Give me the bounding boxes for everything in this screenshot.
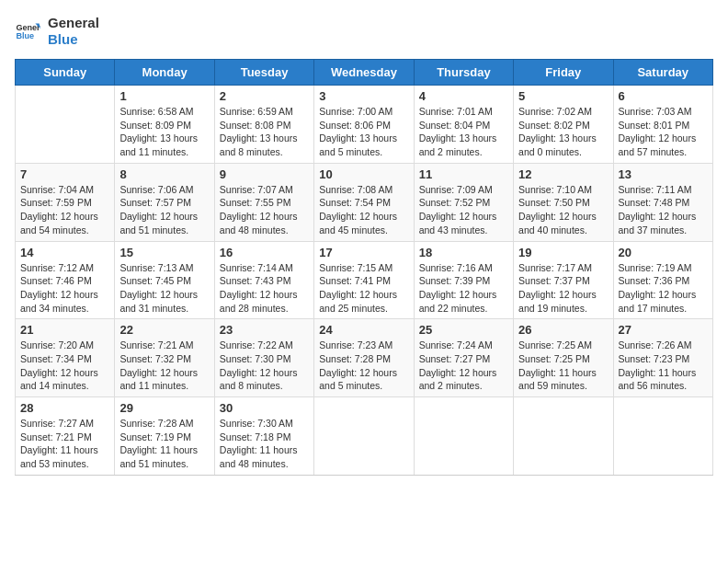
day-info: Sunrise: 7:00 AM Sunset: 8:06 PM Dayligh… — [319, 105, 408, 159]
day-info: Sunrise: 7:14 AM Sunset: 7:43 PM Dayligh… — [220, 261, 309, 316]
calendar-cell: 20Sunrise: 7:19 AM Sunset: 7:36 PM Dayli… — [613, 241, 712, 319]
day-number: 22 — [119, 323, 209, 337]
day-info: Sunrise: 7:25 AM Sunset: 7:25 PM Dayligh… — [518, 339, 608, 393]
weekday-header-monday: Monday — [115, 60, 214, 86]
weekday-header-tuesday: Tuesday — [214, 60, 313, 86]
calendar-cell: 22Sunrise: 7:21 AM Sunset: 7:32 PM Dayli… — [115, 319, 214, 397]
day-number: 29 — [119, 401, 209, 415]
logo-icon: General Blue — [15, 18, 40, 44]
calendar-header-row: SundayMondayTuesdayWednesdayThursdayFrid… — [16, 60, 713, 86]
day-number: 10 — [319, 167, 408, 181]
day-info: Sunrise: 7:12 AM Sunset: 7:46 PM Dayligh… — [20, 261, 109, 316]
calendar-cell: 23Sunrise: 7:22 AM Sunset: 7:30 PM Dayli… — [214, 319, 313, 397]
calendar-cell: 26Sunrise: 7:25 AM Sunset: 7:25 PM Dayli… — [514, 319, 613, 397]
calendar-week-4: 21Sunrise: 7:20 AM Sunset: 7:34 PM Dayli… — [16, 319, 713, 397]
calendar-cell: 15Sunrise: 7:13 AM Sunset: 7:45 PM Dayli… — [115, 241, 214, 319]
day-number: 6 — [619, 89, 708, 103]
day-number: 8 — [119, 167, 209, 181]
day-info: Sunrise: 7:21 AM Sunset: 7:32 PM Dayligh… — [119, 339, 209, 393]
day-number: 7 — [20, 167, 109, 181]
calendar-cell: 24Sunrise: 7:23 AM Sunset: 7:28 PM Dayli… — [314, 319, 414, 397]
calendar-cell — [514, 397, 613, 476]
day-number: 3 — [319, 89, 408, 103]
calendar-week-5: 28Sunrise: 7:27 AM Sunset: 7:21 PM Dayli… — [16, 397, 713, 476]
day-info: Sunrise: 7:11 AM Sunset: 7:48 PM Dayligh… — [619, 183, 708, 237]
day-info: Sunrise: 7:03 AM Sunset: 8:01 PM Dayligh… — [619, 105, 708, 159]
day-number: 27 — [619, 323, 708, 337]
day-number: 26 — [518, 323, 608, 337]
day-number: 25 — [419, 323, 508, 337]
calendar-table: SundayMondayTuesdayWednesdayThursdayFrid… — [15, 59, 713, 476]
calendar-week-1: 1Sunrise: 6:58 AM Sunset: 8:09 PM Daylig… — [16, 86, 713, 164]
day-info: Sunrise: 7:30 AM Sunset: 7:18 PM Dayligh… — [220, 417, 309, 471]
day-number: 5 — [518, 89, 608, 103]
calendar-cell: 9Sunrise: 7:07 AM Sunset: 7:55 PM Daylig… — [214, 163, 313, 241]
calendar-cell — [613, 397, 712, 476]
calendar-cell: 21Sunrise: 7:20 AM Sunset: 7:34 PM Dayli… — [16, 319, 115, 397]
day-info: Sunrise: 7:22 AM Sunset: 7:30 PM Dayligh… — [220, 339, 309, 393]
day-info: Sunrise: 7:06 AM Sunset: 7:57 PM Dayligh… — [119, 183, 209, 237]
day-info: Sunrise: 7:07 AM Sunset: 7:55 PM Dayligh… — [220, 183, 309, 237]
day-number: 18 — [419, 246, 508, 259]
calendar-cell — [414, 397, 513, 476]
day-number: 1 — [119, 89, 209, 103]
calendar-cell: 12Sunrise: 7:10 AM Sunset: 7:50 PM Dayli… — [514, 163, 613, 241]
day-number: 9 — [220, 167, 309, 181]
day-info: Sunrise: 7:08 AM Sunset: 7:54 PM Dayligh… — [319, 183, 408, 237]
day-number: 15 — [119, 246, 209, 259]
day-number: 14 — [20, 246, 109, 259]
calendar-cell — [314, 397, 414, 476]
day-info: Sunrise: 6:58 AM Sunset: 8:09 PM Dayligh… — [119, 105, 209, 159]
calendar-cell: 8Sunrise: 7:06 AM Sunset: 7:57 PM Daylig… — [115, 163, 214, 241]
day-number: 12 — [518, 167, 608, 181]
day-info: Sunrise: 7:26 AM Sunset: 7:23 PM Dayligh… — [619, 339, 708, 393]
page-header: General Blue General Blue — [15, 15, 713, 48]
day-info: Sunrise: 7:19 AM Sunset: 7:36 PM Dayligh… — [619, 261, 708, 316]
day-number: 20 — [619, 246, 708, 259]
day-info: Sunrise: 6:59 AM Sunset: 8:08 PM Dayligh… — [220, 105, 309, 159]
day-info: Sunrise: 7:28 AM Sunset: 7:19 PM Dayligh… — [119, 417, 209, 471]
weekday-header-thursday: Thursday — [414, 60, 513, 86]
calendar-cell: 17Sunrise: 7:15 AM Sunset: 7:41 PM Dayli… — [314, 241, 414, 319]
calendar-cell: 5Sunrise: 7:02 AM Sunset: 8:02 PM Daylig… — [514, 86, 613, 164]
day-number: 30 — [220, 401, 309, 415]
calendar-cell: 2Sunrise: 6:59 AM Sunset: 8:08 PM Daylig… — [214, 86, 313, 164]
day-info: Sunrise: 7:01 AM Sunset: 8:04 PM Dayligh… — [419, 105, 508, 159]
calendar-cell: 4Sunrise: 7:01 AM Sunset: 8:04 PM Daylig… — [414, 86, 513, 164]
calendar-week-2: 7Sunrise: 7:04 AM Sunset: 7:59 PM Daylig… — [16, 163, 713, 241]
day-info: Sunrise: 7:16 AM Sunset: 7:39 PM Dayligh… — [419, 261, 508, 316]
calendar-cell: 14Sunrise: 7:12 AM Sunset: 7:46 PM Dayli… — [16, 241, 115, 319]
calendar-cell: 11Sunrise: 7:09 AM Sunset: 7:52 PM Dayli… — [414, 163, 513, 241]
calendar-cell: 3Sunrise: 7:00 AM Sunset: 8:06 PM Daylig… — [314, 86, 414, 164]
day-number: 21 — [20, 323, 109, 337]
day-info: Sunrise: 7:13 AM Sunset: 7:45 PM Dayligh… — [119, 261, 209, 316]
svg-text:Blue: Blue — [16, 31, 34, 40]
day-info: Sunrise: 7:09 AM Sunset: 7:52 PM Dayligh… — [419, 183, 508, 237]
day-number: 17 — [319, 246, 408, 259]
calendar-cell — [16, 86, 115, 164]
day-info: Sunrise: 7:20 AM Sunset: 7:34 PM Dayligh… — [20, 339, 109, 393]
weekday-header-saturday: Saturday — [613, 60, 712, 86]
calendar-cell: 28Sunrise: 7:27 AM Sunset: 7:21 PM Dayli… — [16, 397, 115, 476]
day-info: Sunrise: 7:10 AM Sunset: 7:50 PM Dayligh… — [518, 183, 608, 237]
day-info: Sunrise: 7:24 AM Sunset: 7:27 PM Dayligh… — [419, 339, 508, 393]
calendar-cell: 27Sunrise: 7:26 AM Sunset: 7:23 PM Dayli… — [613, 319, 712, 397]
day-info: Sunrise: 7:17 AM Sunset: 7:37 PM Dayligh… — [518, 261, 608, 316]
day-info: Sunrise: 7:15 AM Sunset: 7:41 PM Dayligh… — [319, 261, 408, 316]
day-info: Sunrise: 7:02 AM Sunset: 8:02 PM Dayligh… — [518, 105, 608, 159]
weekday-header-friday: Friday — [514, 60, 613, 86]
day-number: 2 — [220, 89, 309, 103]
calendar-cell: 30Sunrise: 7:30 AM Sunset: 7:18 PM Dayli… — [214, 397, 313, 476]
weekday-header-sunday: Sunday — [16, 60, 115, 86]
calendar-week-3: 14Sunrise: 7:12 AM Sunset: 7:46 PM Dayli… — [16, 241, 713, 319]
logo-text: General Blue — [48, 15, 99, 48]
calendar-cell: 7Sunrise: 7:04 AM Sunset: 7:59 PM Daylig… — [16, 163, 115, 241]
calendar-cell: 1Sunrise: 6:58 AM Sunset: 8:09 PM Daylig… — [115, 86, 214, 164]
calendar-cell: 6Sunrise: 7:03 AM Sunset: 8:01 PM Daylig… — [613, 86, 712, 164]
logo: General Blue General Blue — [15, 15, 99, 48]
calendar-cell: 13Sunrise: 7:11 AM Sunset: 7:48 PM Dayli… — [613, 163, 712, 241]
calendar-cell: 18Sunrise: 7:16 AM Sunset: 7:39 PM Dayli… — [414, 241, 513, 319]
weekday-header-wednesday: Wednesday — [314, 60, 414, 86]
day-number: 4 — [419, 89, 508, 103]
day-info: Sunrise: 7:27 AM Sunset: 7:21 PM Dayligh… — [20, 417, 109, 471]
